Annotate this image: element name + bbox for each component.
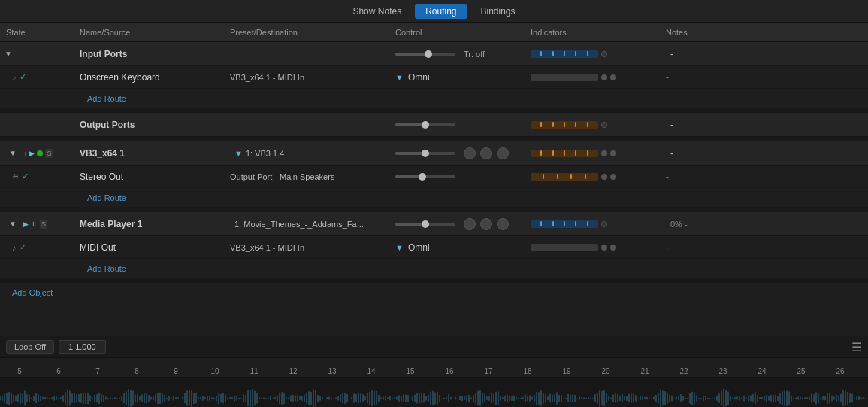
transport-bar: Loop Off 1 1.000 ☰ xyxy=(0,336,868,358)
timeline-num: 19 xyxy=(547,367,586,375)
add-route-input-link[interactable]: Add Route xyxy=(87,94,126,103)
waveform-area[interactable] xyxy=(0,378,868,407)
stereo-name: Stereo Out xyxy=(75,172,225,182)
add-route-vb3: Add Route xyxy=(0,188,868,208)
timeline-num: 18 xyxy=(508,367,547,375)
media-indicators xyxy=(531,220,666,228)
onscreen-preset: VB3_x64 1 - MIDI In xyxy=(225,73,391,82)
onscreen-state: ♪ ✓ xyxy=(0,72,75,82)
media-s-icon[interactable]: S xyxy=(40,220,47,229)
media-preset: 1: Movie_Themes_-_Addams_Fa... xyxy=(230,219,395,229)
midi-filter-icon[interactable]: ▼ xyxy=(395,243,404,252)
output-ports-control xyxy=(395,123,531,126)
media-btn3[interactable] xyxy=(497,218,509,230)
media-play-icon[interactable]: ▶ xyxy=(23,220,29,228)
input-ind-bar xyxy=(531,50,598,58)
input-ports-slider[interactable] xyxy=(395,53,459,56)
vb3-btn3[interactable] xyxy=(497,147,509,159)
add-object-link[interactable]: Add Object xyxy=(12,288,53,297)
timeline-num: 11 xyxy=(234,367,274,375)
midi-ind-bar xyxy=(531,244,598,251)
show-notes-button[interactable]: Show Notes xyxy=(342,4,412,19)
vb3-filter-icon[interactable]: ▼ xyxy=(234,149,243,158)
stereo-slider[interactable] xyxy=(395,175,459,178)
add-route-input: Add Route xyxy=(0,89,868,108)
vb3-btn1[interactable] xyxy=(464,147,476,159)
midi-out-row: ♪ ✓ MIDI Out VB3_x64 1 - MIDI In ▼ Omni … xyxy=(0,236,868,259)
waveform-icon: ≋ xyxy=(12,172,19,181)
expand-arrow-vb3[interactable]: ▼ xyxy=(9,149,17,157)
section-media-player[interactable]: ▼ ▶ ⏸ S Media Player 1 1: Movie_Themes_-… xyxy=(0,212,868,236)
loop-off-button[interactable]: Loop Off xyxy=(6,340,54,354)
col-header-state: State xyxy=(0,28,75,37)
stereo-ind-bar xyxy=(531,173,598,181)
vb3-dot2 xyxy=(610,150,616,156)
midi-note-icon: ♪ xyxy=(12,243,17,252)
column-headers: State Name/Source Preset/Destination Con… xyxy=(0,23,868,42)
vb3-play-icon[interactable]: ▶ xyxy=(29,150,35,157)
stereo-preset: Output Port - Main Speakers xyxy=(225,172,391,181)
vb3-indicators xyxy=(531,150,666,157)
menu-icon[interactable]: ☰ xyxy=(851,340,862,354)
media-title: Media Player 1 xyxy=(80,219,230,229)
midi-ctrl: ▼ Omni xyxy=(391,242,526,253)
check-icon[interactable]: ✓ xyxy=(20,72,26,82)
midi-preset: VB3_x64 1 - MIDI In xyxy=(225,243,391,252)
add-route-media-link[interactable]: Add Route xyxy=(87,264,126,273)
input-dot xyxy=(601,51,607,57)
media-dot xyxy=(601,221,607,227)
media-btn1[interactable] xyxy=(464,218,476,230)
input-tr-off: Tr: off xyxy=(464,50,485,59)
add-route-vb3-link[interactable]: Add Route xyxy=(87,193,126,202)
expand-arrow-media[interactable]: ▼ xyxy=(9,220,17,228)
vb3-s-icon[interactable]: S xyxy=(45,149,53,158)
timeline-num: 16 xyxy=(430,367,469,375)
timeline-num: 25 xyxy=(782,367,821,375)
output-ports-slider[interactable] xyxy=(395,123,459,126)
timeline-num: 21 xyxy=(625,367,664,375)
output-ports-indicators xyxy=(531,121,666,129)
expand-arrow-input[interactable]: ▼ xyxy=(5,50,12,58)
stereo-check-icon[interactable]: ✓ xyxy=(22,172,29,181)
bindings-button[interactable]: Bindings xyxy=(470,4,526,19)
vb3-ind-bar xyxy=(531,150,598,157)
output-ports-title: Output Ports xyxy=(80,120,230,130)
vb3-down-arrow[interactable]: ↓ xyxy=(23,149,28,158)
stereo-ind xyxy=(526,173,661,181)
col-header-indicators: Indicators xyxy=(526,28,661,37)
output-dot xyxy=(601,122,607,128)
timeline-num: 13 xyxy=(313,367,352,375)
section-vb3[interactable]: ▼ ↓ ▶ S VB3_x64 1 ▼ 1: VB3 1.4 xyxy=(0,141,868,166)
onscreen-keyboard-row: ♪ ✓ Onscreen Keyboard VB3_x64 1 - MIDI I… xyxy=(0,66,868,89)
filter-icon-onscreen[interactable]: ▼ xyxy=(395,73,404,82)
section-output-ports[interactable]: Output Ports - xyxy=(0,113,868,137)
timeline: 567891011121314151617181920212223242526 xyxy=(0,358,868,378)
vb3-notes: - xyxy=(666,148,868,159)
midi-check-icon[interactable]: ✓ xyxy=(20,242,26,252)
stereo-ctrl xyxy=(391,175,526,178)
section-input-ports[interactable]: ▼ Input Ports Tr: off - xyxy=(0,42,868,66)
main-content: ▼ Input Ports Tr: off - xyxy=(0,42,868,336)
vb3-slider[interactable] xyxy=(395,152,459,155)
media-control xyxy=(395,218,531,230)
stereo-state: ≋ ✓ xyxy=(0,172,75,181)
waveform-canvas xyxy=(0,378,868,407)
timeline-num: 23 xyxy=(703,367,742,375)
col-header-preset: Preset/Destination xyxy=(225,28,391,37)
media-slider[interactable] xyxy=(395,223,459,226)
media-pause-icon[interactable]: ⏸ xyxy=(31,220,38,228)
timeline-num: 22 xyxy=(664,367,703,375)
input-ports-notes: - xyxy=(666,49,868,59)
media-btn2[interactable] xyxy=(480,218,492,230)
stereo-dot2 xyxy=(610,174,616,180)
routing-button[interactable]: Routing xyxy=(415,4,467,19)
vb3-dot1 xyxy=(601,150,607,156)
vb3-btn2[interactable] xyxy=(480,147,492,159)
timeline-num: 6 xyxy=(39,367,78,375)
onscreen-dot1 xyxy=(601,74,607,80)
midi-dot1 xyxy=(601,245,607,251)
timeline-num: 8 xyxy=(117,367,156,375)
add-object-row: Add Object xyxy=(0,283,868,302)
vb3-green-dot xyxy=(37,150,43,156)
media-ind-bar xyxy=(531,220,598,228)
